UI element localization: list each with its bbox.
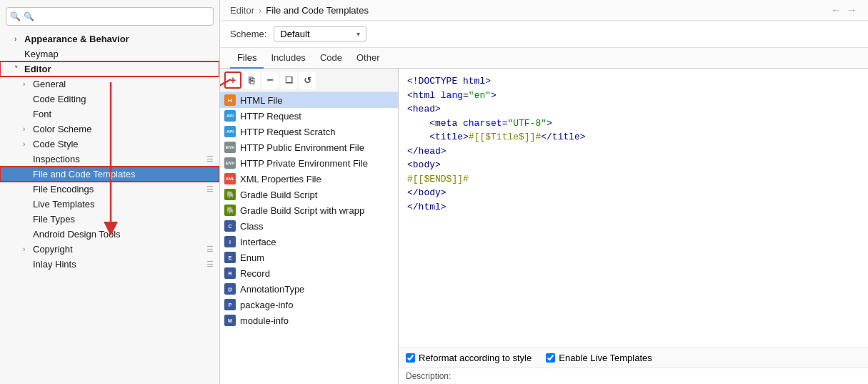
sidebar-item-android-design-tools[interactable]: Android Design Tools [0, 227, 219, 242]
file-item-html[interactable]: H HTML File [220, 92, 398, 108]
sidebar-item-code-editing[interactable]: Code Editing [0, 92, 219, 107]
file-item-annotation-type[interactable]: @ AnnotationType [220, 281, 398, 297]
http-request-icon: API [224, 110, 236, 122]
live-templates-label: Enable Live Templates [559, 353, 652, 363]
tab-files[interactable]: Files [230, 48, 264, 69]
live-templates-checkbox[interactable] [546, 353, 555, 363]
sidebar-item-appearance[interactable]: › Appearance & Behavior [0, 31, 219, 46]
tabs-row: Files Includes Code Other [220, 48, 868, 69]
file-item-label: Gradle Build Script with wrapp [240, 205, 364, 216]
package-info-icon: P [224, 299, 236, 310]
sidebar-item-live-templates[interactable]: Live Templates [0, 197, 219, 212]
code-line-6: </head> [407, 144, 859, 159]
code-footer: Reformat according to style Enable Live … [399, 348, 868, 368]
file-item-gradle-wrap[interactable]: 🐘 Gradle Build Script with wrapp [220, 202, 398, 218]
file-item-record[interactable]: R Record [220, 265, 398, 281]
code-line-7: <body> [407, 158, 859, 172]
file-item-label: HTTP Request [240, 111, 301, 122]
nav-forward-button[interactable]: → [845, 4, 858, 16]
tab-includes[interactable]: Includes [264, 48, 312, 69]
breadcrumb-navigation: ← → [829, 4, 858, 16]
interface-icon: I [224, 236, 236, 247]
file-item-label: Gradle Build Script [240, 189, 317, 200]
file-item-interface[interactable]: I Interface [220, 234, 398, 250]
scheme-dropdown[interactable]: Default ▾ [274, 26, 366, 41]
breadcrumb-separator: › [259, 5, 261, 16]
sidebar-item-keymap[interactable]: Keymap [0, 46, 219, 61]
code-line-9: </body> [407, 186, 859, 200]
sidebar-item-file-encodings[interactable]: File Encodings ☰ [0, 182, 219, 197]
file-item-label: Enum [240, 252, 264, 263]
class-icon: C [224, 220, 236, 232]
sidebar-item-label: File Encodings [33, 184, 94, 195]
file-item-gradle-build[interactable]: 🐘 Gradle Build Script [220, 187, 398, 202]
sidebar-item-label: Copyright [33, 244, 73, 255]
module-info-icon: M [224, 315, 236, 326]
sidebar-search-container: 🔍 [6, 7, 214, 26]
file-item-http-private[interactable]: ENV HTTP Private Environment File [220, 155, 398, 171]
breadcrumb-current: File and Code Templates [266, 5, 369, 16]
expand-arrow-font [23, 110, 30, 118]
file-item-package-info[interactable]: P package-info [220, 297, 398, 312]
file-item-enum[interactable]: E Enum [220, 250, 398, 265]
add-template-button[interactable]: + [224, 72, 241, 89]
tab-other[interactable]: Other [349, 48, 387, 69]
copy-template-button[interactable]: ⎘ [243, 72, 260, 89]
file-item-http-public[interactable]: ENV HTTP Public Environment File [220, 139, 398, 155]
sidebar-item-color-scheme[interactable]: › Color Scheme [0, 122, 219, 137]
sidebar-item-editor[interactable]: ˅ Editor [0, 61, 219, 77]
settings-sidebar: 🔍 › Appearance & Behavior Keymap ˅ Edito… [0, 0, 220, 384]
sidebar-item-general[interactable]: › General [0, 77, 219, 92]
scheme-value: Default [280, 29, 309, 39]
http-public-icon: ENV [224, 142, 236, 153]
sidebar-search-input[interactable] [6, 7, 214, 26]
file-item-http-request[interactable]: API HTTP Request [220, 108, 398, 124]
gradle-build-icon: 🐘 [224, 189, 236, 200]
sidebar-item-label: Code Editing [33, 94, 86, 104]
file-item-label: HTTP Request Scratch [240, 127, 335, 137]
sidebar-item-label: Inlay Hints [33, 259, 76, 270]
settings-icon-inspections: ☰ [206, 154, 214, 164]
reformat-checkbox-label[interactable]: Reformat according to style [406, 353, 532, 363]
html-file-icon: H [224, 94, 236, 106]
http-scratch-icon: API [224, 126, 236, 137]
sidebar-item-label: File and Code Templates [33, 169, 136, 179]
scheme-label: Scheme: [230, 29, 266, 39]
sidebar-item-file-code-templates[interactable]: File and Code Templates [0, 167, 219, 182]
sidebar-item-inspections[interactable]: Inspections ☰ [0, 152, 219, 167]
code-line-1: <!DOCTYPE html> [407, 74, 859, 89]
file-item-label: module-info [240, 315, 289, 326]
file-item-xml-properties[interactable]: XML XML Properties File [220, 171, 398, 187]
code-line-8: #[[$END$]]# [407, 172, 859, 187]
sidebar-item-code-style[interactable]: › Code Style [0, 137, 219, 152]
nav-back-button[interactable]: ← [829, 4, 842, 16]
http-private-icon: ENV [224, 157, 236, 169]
expand-arrow-copyright: › [23, 245, 30, 253]
sidebar-item-label: Live Templates [33, 199, 94, 210]
sidebar-item-file-types[interactable]: File Types [0, 212, 219, 227]
reset-template-button[interactable]: ↺ [299, 72, 316, 89]
file-item-label: HTTP Private Environment File [240, 158, 368, 169]
live-templates-checkbox-label[interactable]: Enable Live Templates [546, 353, 652, 363]
scheme-row: Scheme: Default ▾ [220, 21, 868, 48]
remove-template-button[interactable]: − [261, 72, 279, 89]
content-split: + ⎘ − ❏ ↺ [220, 69, 868, 384]
file-item-label: Class [240, 221, 264, 232]
reformat-label: Reformat according to style [419, 353, 532, 363]
code-editor[interactable]: <!DOCTYPE html> <html lang="en"> <head> … [399, 69, 868, 348]
sidebar-item-inlay-hints[interactable]: Inlay Hints ☰ [0, 257, 219, 272]
file-item-label: AnnotationType [240, 284, 304, 295]
code-line-2: <html lang="en"> [407, 89, 859, 103]
sidebar-item-font[interactable]: Font [0, 107, 219, 122]
file-item-module-info[interactable]: M module-info [220, 312, 398, 328]
sidebar-item-copyright[interactable]: › Copyright ☰ [0, 242, 219, 257]
expand-arrow-live-templates [23, 200, 30, 208]
reformat-checkbox[interactable] [406, 353, 415, 363]
tab-code[interactable]: Code [313, 48, 349, 69]
file-item-label: Interface [240, 237, 276, 247]
duplicate-template-button[interactable]: ❏ [280, 72, 297, 89]
file-item-http-scratch[interactable]: API HTTP Request Scratch [220, 124, 398, 139]
expand-arrow-code-editing [23, 95, 30, 103]
sidebar-item-label: Appearance & Behavior [24, 34, 129, 44]
file-item-class[interactable]: C Class [220, 218, 398, 234]
